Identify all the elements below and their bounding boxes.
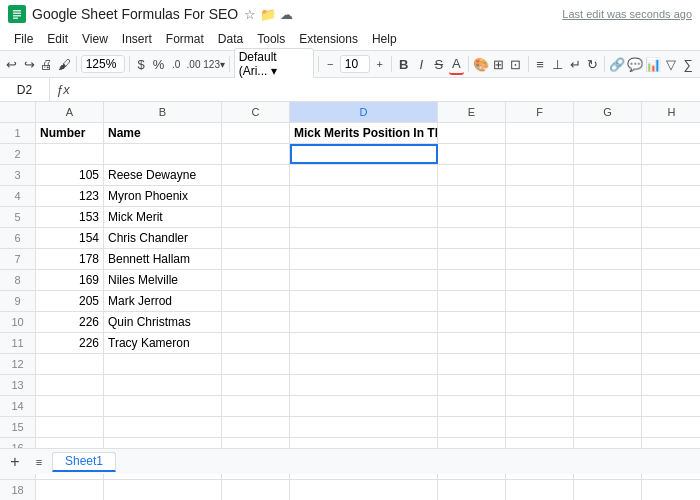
cell-18-e[interactable] [438, 480, 506, 500]
cell-7-e[interactable] [438, 249, 506, 269]
cell-15-e[interactable] [438, 417, 506, 437]
cell-1-a[interactable]: Number [36, 123, 104, 143]
row-number[interactable]: 1 [0, 123, 36, 143]
cell-15-b[interactable] [104, 417, 222, 437]
cell-12-a[interactable] [36, 354, 104, 374]
sheet-list-button[interactable]: ≡ [28, 451, 50, 473]
cell-11-h[interactable] [642, 333, 700, 353]
menu-file[interactable]: File [8, 30, 39, 48]
cell-4-f[interactable] [506, 186, 574, 206]
cell-15-d[interactable] [290, 417, 438, 437]
row-number[interactable]: 10 [0, 312, 36, 332]
cell-9-b[interactable]: Mark Jerrod [104, 291, 222, 311]
v-align-button[interactable]: ⊥ [550, 53, 565, 75]
currency-button[interactable]: $ [133, 53, 148, 75]
cell-18-b[interactable] [104, 480, 222, 500]
menu-tools[interactable]: Tools [251, 30, 291, 48]
cell-13-g[interactable] [574, 375, 642, 395]
menu-data[interactable]: Data [212, 30, 249, 48]
cell-3-a[interactable]: 105 [36, 165, 104, 185]
cell-5-d[interactable] [290, 207, 438, 227]
cell-11-g[interactable] [574, 333, 642, 353]
fill-color-button[interactable]: 🎨 [473, 53, 489, 75]
cell-3-g[interactable] [574, 165, 642, 185]
cell-10-g[interactable] [574, 312, 642, 332]
cell-2-c[interactable] [222, 144, 290, 164]
cell-6-f[interactable] [506, 228, 574, 248]
percent-button[interactable]: % [151, 53, 166, 75]
cell-12-f[interactable] [506, 354, 574, 374]
row-number[interactable]: 18 [0, 480, 36, 500]
italic-button[interactable]: I [414, 53, 429, 75]
cell-3-b[interactable]: Reese Dewayne [104, 165, 222, 185]
cell-5-a[interactable]: 153 [36, 207, 104, 227]
more-formats-button[interactable]: 123▾ [203, 53, 225, 75]
cell-7-b[interactable]: Bennett Hallam [104, 249, 222, 269]
cell-18-g[interactable] [574, 480, 642, 500]
cell-7-g[interactable] [574, 249, 642, 269]
row-number[interactable]: 12 [0, 354, 36, 374]
cell-11-e[interactable] [438, 333, 506, 353]
text-color-button[interactable]: A [449, 53, 464, 75]
col-header-c[interactable]: C [222, 102, 290, 122]
row-number[interactable]: 2 [0, 144, 36, 164]
cell-11-b[interactable]: Tracy Kameron [104, 333, 222, 353]
cell-3-d[interactable] [290, 165, 438, 185]
cell-10-c[interactable] [222, 312, 290, 332]
cell-9-e[interactable] [438, 291, 506, 311]
cell-9-f[interactable] [506, 291, 574, 311]
cell-15-h[interactable] [642, 417, 700, 437]
menu-edit[interactable]: Edit [41, 30, 74, 48]
cell-5-f[interactable] [506, 207, 574, 227]
font-size-dec-button[interactable]: − [322, 53, 337, 75]
borders-button[interactable]: ⊞ [491, 53, 506, 75]
cell-12-d[interactable] [290, 354, 438, 374]
menu-view[interactable]: View [76, 30, 114, 48]
cell-13-d[interactable] [290, 375, 438, 395]
cell-1-d[interactable]: Mick Merits Position In The Cells [290, 123, 438, 143]
col-header-a[interactable]: A [36, 102, 104, 122]
cell-3-h[interactable] [642, 165, 700, 185]
row-number[interactable]: 9 [0, 291, 36, 311]
cell-8-h[interactable] [642, 270, 700, 290]
add-sheet-button[interactable]: + [4, 451, 26, 473]
cell-7-d[interactable] [290, 249, 438, 269]
cell-4-d[interactable] [290, 186, 438, 206]
print-button[interactable]: 🖨 [39, 53, 54, 75]
cell-reference-box[interactable]: D2 [0, 78, 50, 101]
cloud-icon[interactable]: ☁ [280, 7, 293, 22]
col-header-e[interactable]: E [438, 102, 506, 122]
cell-5-e[interactable] [438, 207, 506, 227]
cell-11-f[interactable] [506, 333, 574, 353]
cell-1-b[interactable]: Name [104, 123, 222, 143]
merge-cells-button[interactable]: ⊡ [508, 53, 523, 75]
col-header-f[interactable]: F [506, 102, 574, 122]
cell-14-e[interactable] [438, 396, 506, 416]
zoom-selector[interactable]: 125% [81, 55, 125, 73]
col-header-d[interactable]: D [290, 102, 438, 122]
cell-1-f[interactable] [506, 123, 574, 143]
chart-button[interactable]: 📊 [645, 53, 661, 75]
cell-9-d[interactable] [290, 291, 438, 311]
cell-9-c[interactable] [222, 291, 290, 311]
font-name-selector[interactable]: Default (Ari... ▾ [234, 48, 314, 80]
link-button[interactable]: 🔗 [609, 53, 625, 75]
cell-7-h[interactable] [642, 249, 700, 269]
cell-15-a[interactable] [36, 417, 104, 437]
cell-11-a[interactable]: 226 [36, 333, 104, 353]
row-number[interactable]: 3 [0, 165, 36, 185]
row-number[interactable]: 15 [0, 417, 36, 437]
row-number[interactable]: 5 [0, 207, 36, 227]
star-icon[interactable]: ☆ [244, 7, 256, 22]
strikethrough-button[interactable]: S [431, 53, 446, 75]
cell-13-e[interactable] [438, 375, 506, 395]
rotate-button[interactable]: ↻ [585, 53, 600, 75]
cell-8-g[interactable] [574, 270, 642, 290]
cell-12-h[interactable] [642, 354, 700, 374]
cell-5-h[interactable] [642, 207, 700, 227]
cell-1-e[interactable] [438, 123, 506, 143]
cell-14-c[interactable] [222, 396, 290, 416]
wrap-button[interactable]: ↵ [567, 53, 582, 75]
cell-1-g[interactable] [574, 123, 642, 143]
cell-18-h[interactable] [642, 480, 700, 500]
